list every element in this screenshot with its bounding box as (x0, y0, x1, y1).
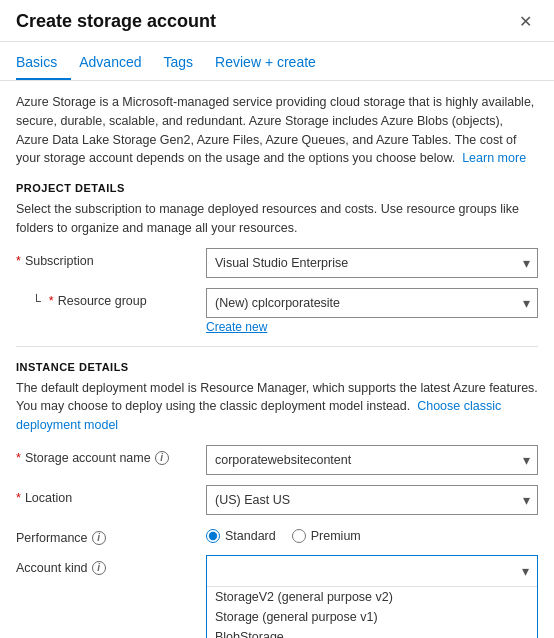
tab-advanced[interactable]: Advanced (79, 46, 155, 80)
panel-header: Create storage account ✕ (0, 0, 554, 42)
resource-group-select[interactable]: (New) cplcorporatesite (206, 288, 538, 318)
storage-account-name-wrapper (206, 445, 538, 475)
performance-standard-radio[interactable] (206, 529, 220, 543)
performance-premium-option[interactable]: Premium (292, 529, 361, 543)
account-kind-list: StorageV2 (general purpose v2) Storage (… (207, 586, 537, 638)
account-kind-row: Account kind i ▾ StorageV2 (general purp… (16, 555, 538, 638)
account-kind-label: Account kind i (16, 555, 206, 575)
account-kind-item-storage[interactable]: Storage (general purpose v1) (207, 607, 537, 627)
page-title: Create storage account (16, 11, 216, 32)
location-row: Location (US) East US (16, 485, 538, 515)
account-kind-item-storagev2[interactable]: StorageV2 (general purpose v2) (207, 587, 537, 607)
performance-control: Standard Premium (206, 525, 538, 543)
subscription-label: Subscription (16, 248, 206, 268)
subscription-select[interactable]: Visual Studio Enterprise (206, 248, 538, 278)
account-kind-dropdown[interactable]: ▾ StorageV2 (general purpose v2) Storage… (206, 555, 538, 638)
tab-bar: Basics Advanced Tags Review + create (0, 46, 554, 81)
tab-review-create[interactable]: Review + create (215, 46, 330, 80)
divider-1 (16, 346, 538, 347)
subscription-row: Subscription Visual Studio Enterprise (16, 248, 538, 278)
location-select-wrapper: (US) East US (206, 485, 538, 515)
account-kind-chevron: ▾ (522, 563, 529, 579)
storage-account-name-control (206, 445, 538, 475)
location-label: Location (16, 485, 206, 505)
tab-basics[interactable]: Basics (16, 46, 71, 80)
performance-standard-option[interactable]: Standard (206, 529, 276, 543)
resource-group-label-wrapper: └ * Resource group (16, 288, 206, 308)
resource-group-label: Resource group (58, 294, 147, 308)
storage-account-name-row: Storage account name i (16, 445, 538, 475)
storage-account-name-label: Storage account name i (16, 445, 206, 465)
location-select[interactable]: (US) East US (206, 485, 538, 515)
account-kind-dropdown-header[interactable]: ▾ (207, 556, 537, 586)
instance-details-desc: The default deployment model is Resource… (16, 379, 538, 435)
performance-premium-radio[interactable] (292, 529, 306, 543)
account-kind-control: ▾ StorageV2 (general purpose v2) Storage… (206, 555, 538, 638)
project-details-title: PROJECT DETAILS (16, 182, 538, 194)
close-button[interactable]: ✕ (513, 10, 538, 33)
learn-more-link[interactable]: Learn more (462, 151, 526, 165)
resource-group-row: └ * Resource group (New) cplcorporatesit… (16, 288, 538, 334)
location-control: (US) East US (206, 485, 538, 515)
performance-label: Performance i (16, 525, 206, 545)
storage-name-info-icon: i (155, 451, 169, 465)
performance-radio-group: Standard Premium (206, 525, 538, 543)
performance-premium-label: Premium (311, 529, 361, 543)
main-content: Azure Storage is a Microsoft-managed ser… (0, 81, 554, 638)
resource-group-select-wrapper: (New) cplcorporatesite (206, 288, 538, 318)
resource-group-control: (New) cplcorporatesite Create new (206, 288, 538, 334)
account-kind-info-icon: i (92, 561, 106, 575)
storage-account-name-input[interactable] (206, 445, 538, 475)
performance-standard-label: Standard (225, 529, 276, 543)
account-kind-item-blobstorage[interactable]: BlobStorage (207, 627, 537, 638)
tab-tags[interactable]: Tags (164, 46, 208, 80)
intro-description: Azure Storage is a Microsoft-managed ser… (16, 93, 538, 168)
subscription-control: Visual Studio Enterprise (206, 248, 538, 278)
performance-row: Performance i Standard Premium (16, 525, 538, 545)
performance-info-icon: i (92, 531, 106, 545)
subscription-select-wrapper: Visual Studio Enterprise (206, 248, 538, 278)
create-new-link[interactable]: Create new (206, 320, 267, 334)
project-details-desc: Select the subscription to manage deploy… (16, 200, 538, 238)
instance-details-title: INSTANCE DETAILS (16, 361, 538, 373)
